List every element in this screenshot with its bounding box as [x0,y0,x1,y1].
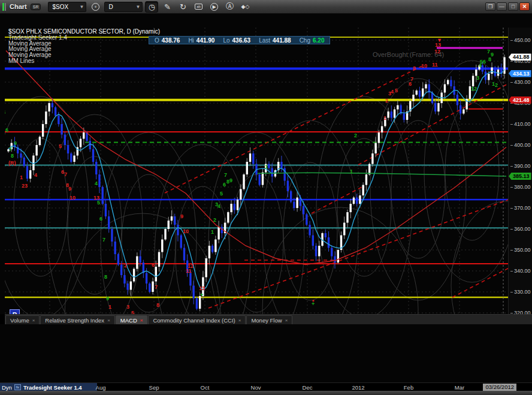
count-annotation: 2 [124,263,127,269]
month-label: Aug [96,384,106,391]
tab-relative-strength-index[interactable]: Relative Strength Index× [40,315,114,324]
tab-close-icon[interactable]: × [140,318,143,323]
trendline[interactable] [358,71,508,165]
count-annotation: 10 [421,63,427,69]
candle-body [48,103,50,111]
count-annotation: 8 [11,153,14,159]
tab-close-icon[interactable]: × [238,318,241,323]
minimize-button[interactable]: — [497,2,507,11]
macd-panel[interactable]: MACD Date03/26/2012Price449.85$SOX, DOpe… [0,324,532,382]
candle-body [111,229,113,242]
note-icon: ab [195,4,202,10]
tab-close-icon[interactable]: × [285,318,288,323]
tab-macd[interactable]: MACD× [116,315,148,324]
count-annotation: 4 [95,180,98,186]
draw-pencil-button[interactable]: ✎ [161,1,174,13]
candle-body [249,153,251,162]
count-annotation: 10 [183,228,189,234]
candle-body [397,105,398,110]
refresh-button[interactable]: ↻ [176,1,189,13]
seeker-study-label: Tradesight Seeker 1.4 [23,384,82,391]
tab-label: Relative Strength Index [45,317,104,324]
month-label: 2012 [352,384,364,391]
candle-body [271,168,273,177]
candle-body [365,174,367,185]
candle-body [403,114,405,120]
candle-body [55,107,56,116]
tab-close-icon[interactable]: × [32,318,35,323]
play-button[interactable]: ▶ [207,1,220,13]
candle-body [58,116,59,124]
candle-body [356,198,358,204]
candle-body [126,284,128,290]
price-tick-label: 370.00 [510,205,531,211]
symbol-input[interactable]: $SOX▼ [48,2,86,12]
price-tick-label: 340.00 [510,268,531,274]
symbol-lookup-button[interactable]: + [89,1,102,13]
candle-body [328,237,330,248]
formula-icon: fx [14,384,21,390]
count-annotation: 4 [34,172,37,178]
candle-body [161,240,163,252]
cycle-ellipse [14,138,68,276]
count-annotation: 7 [9,146,12,152]
candle-body [61,124,62,135]
candle-body [39,137,41,145]
count-annotation: 7 [410,76,413,82]
tab-volume[interactable]: Volume× [5,315,40,324]
study-status-bar[interactable]: Dyn fx Tradesight Seeker 1.4 [0,383,97,391]
candle-body [174,216,176,225]
eraser-button[interactable]: ◆◇ [238,1,252,13]
count-annotation: 8 [413,65,416,71]
candle-body [214,240,216,252]
time-axis: Dyn fx Tradesight Seeker 1.4 03/26/2012 … [0,382,532,391]
count-annotation: 1 [20,174,23,180]
tab-label: Volume [10,317,29,324]
main-chart-area[interactable]: 1234567891013(R)567894456789123456789101… [0,14,532,314]
price-axis[interactable]: 450.00440.00430.00420.00410.00400.00390.… [508,28,532,328]
count-annotation: 13 [199,285,205,291]
auto-button[interactable]: Ⓐ [223,1,236,13]
candle-body [67,145,69,153]
candle-body [105,204,107,216]
indicator-tabbar: Volume×Relative Strength Index×MACD×Comm… [5,314,532,324]
count-annotation: 6 [5,127,8,133]
candle-body [334,257,335,263]
close-button[interactable]: ✕ [519,2,530,11]
candle-body [108,216,110,229]
low-value: 436.63 [232,37,251,44]
circle-a-icon: Ⓐ [226,1,234,12]
month-label: Dec [303,384,313,391]
candle-body [318,246,320,257]
maximize-button[interactable]: □ [508,2,518,11]
tab-commodity-channel-index-cci-[interactable]: Commodity Channel Index (CCI)× [148,315,246,324]
restore-button[interactable]: ❐ [485,2,495,11]
candle-body [130,282,132,290]
time-template-button[interactable]: ◷ [145,1,158,13]
candle-body [303,206,304,215]
price-tick-label: 350.00 [510,247,531,253]
candle-body [80,139,81,147]
candle-body [168,221,170,229]
play-icon: ▶ [210,3,218,11]
candlestick-chart[interactable]: 1234567891013(R)567894456789123456789101… [5,28,508,328]
count-annotation: 3 [476,75,479,81]
candle-body [494,68,496,76]
candle-body [346,212,348,223]
candle-body [243,174,244,189]
candle-body [133,269,135,282]
interval-select[interactable]: D▼ [104,2,143,12]
candle-body [463,110,464,114]
count-annotation: 12 [188,263,194,269]
note-button[interactable]: ab [192,1,205,13]
candle-body [199,296,201,309]
candle-body [419,91,421,97]
count-annotation: 10 [69,195,75,201]
candle-body [425,85,427,89]
cycle-ellipse [262,207,418,328]
tab-money-flow[interactable]: Money Flow× [246,315,292,324]
month-label: Feb [404,384,413,391]
candle-body [353,198,355,204]
tab-close-icon[interactable]: × [107,318,110,323]
candle-body [196,298,198,309]
